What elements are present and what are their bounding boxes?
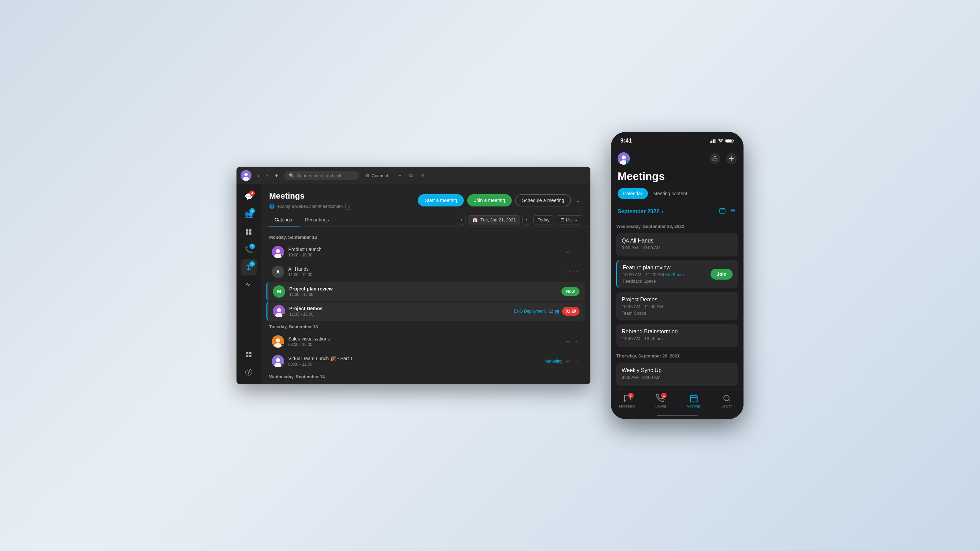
copy-url-button[interactable]: ⎘ (345, 203, 352, 210)
timer-button[interactable]: 01:20 (562, 307, 579, 316)
meeting-time: 10:00 - 10:30 (288, 253, 565, 257)
mobile-header-icons (710, 153, 737, 164)
more-icon[interactable]: ⋯ (573, 358, 579, 365)
mobile-statusbar: 9:41 (611, 132, 743, 150)
list-item[interactable]: Weekly Sync Up 9:00 AM - 10:00 AM (616, 362, 738, 386)
list-item[interactable]: Project Demos 10:35 AM - 11:00 AM Team S… (616, 292, 738, 321)
mobile-day-header: Thursday, September 29, 2021 (616, 351, 738, 362)
meeting-tag[interactable]: Marketing (544, 359, 563, 364)
more-options-button[interactable]: ⌄ (574, 195, 582, 205)
table-row[interactable]: Project Demos 11:35 - 15:00 ENG Deployme… (266, 302, 585, 321)
meeting-info: Virtual Team Lunch 🎉 - Part 1 08:00 - 12… (288, 356, 544, 367)
sidebar-item-calls[interactable]: 📞 1 (240, 241, 257, 258)
nav-item-messaging[interactable]: 3 Messaging (611, 394, 644, 408)
date-display: 📅 Tue, Jan 21, 2021 (468, 215, 520, 224)
list-item[interactable]: Feature plan review 10:20 AM - 11:20 AM … (616, 260, 738, 288)
add-icon-button[interactable] (726, 153, 737, 164)
meeting-time: 08:00 - 12:00 (288, 342, 565, 347)
tab-recordings[interactable]: Recordings (299, 214, 334, 227)
date-prev-button[interactable]: ‹ (457, 216, 466, 224)
forward-icon[interactable]: ↩ (565, 338, 571, 345)
calling-label: Calling (655, 404, 666, 408)
list-view-icon[interactable] (730, 207, 737, 216)
list-item[interactable]: Rebrand Brainstorming 11:45 AM - 13:45 p… (616, 324, 738, 347)
help-icon: ? (245, 369, 252, 375)
tab-calendar[interactable]: Calendar (617, 188, 648, 199)
avatar (273, 305, 285, 318)
close-button[interactable]: ✕ (418, 171, 428, 180)
meetings-nav-icon (689, 394, 698, 403)
app-body: 💬 4 👥 1 📞 1 🗓 1 (237, 184, 590, 384)
table-row[interactable]: Virtual Team Lunch 🎉 - Part 1 08:00 - 12… (266, 352, 585, 371)
nav-item-calling[interactable]: 1 Calling (644, 394, 678, 408)
join-now-button[interactable]: Now (562, 287, 579, 296)
join-meeting-button[interactable]: Join a meeting (467, 194, 512, 206)
table-row[interactable]: Sales visualizations 08:00 - 12:00 ↩ ⋯ (266, 332, 585, 351)
meeting-time: 9:00 AM - 10:00 AM (622, 245, 733, 250)
mobile-status-icons (710, 139, 734, 143)
nav-forward-button[interactable]: › (263, 171, 270, 180)
meeting-info: Project Demos 11:35 - 15:00 (289, 306, 514, 317)
tabs-row: Calendar Recordings ‹ 📅 Tue, Jan 21, 202… (261, 214, 590, 227)
nav-add-button[interactable]: + (272, 171, 281, 180)
user-avatar[interactable] (240, 170, 251, 181)
meeting-name: Sales visualizations (288, 336, 565, 341)
meeting-actions: ↩ ⋯ (565, 268, 579, 275)
wifi-icon (718, 139, 724, 143)
sidebar-item-chat[interactable]: 💬 4 (240, 189, 257, 205)
svg-rect-10 (249, 355, 251, 357)
more-icon[interactable]: ⋯ (573, 338, 579, 345)
svg-rect-7 (246, 352, 248, 354)
start-meeting-button[interactable]: Start a meeting (418, 194, 464, 206)
meeting-info: All Hands 11:00 - 12:00 (288, 266, 565, 277)
mobile-user-avatar[interactable] (617, 152, 630, 165)
main-content: Meetings 🌐 example.webex.com/meet/csmith… (261, 184, 590, 384)
nav-back-button[interactable]: ‹ (255, 171, 262, 180)
forward-icon[interactable]: ↩ (565, 358, 571, 365)
meeting-name: Project plan review (289, 286, 562, 292)
meeting-time: 11:00 - 12:00 (288, 272, 565, 277)
forward-icon[interactable]: ↩ (565, 268, 571, 275)
month-title[interactable]: September 2022 › (617, 208, 663, 214)
sidebar-item-activity[interactable] (240, 277, 257, 293)
sidebar-item-help[interactable]: ? (240, 364, 257, 380)
table-row[interactable]: A All Hands 11:00 - 12:00 ↩ ⋯ (266, 262, 585, 281)
lock-icon-button[interactable] (710, 153, 721, 164)
table-row[interactable]: Product Launch 10:00 - 10:30 ↩ ⋯ (266, 243, 585, 262)
minimize-button[interactable]: − (395, 171, 404, 180)
svg-rect-3 (246, 229, 248, 232)
maximize-button[interactable]: ⧉ (407, 171, 415, 180)
search-bar[interactable]: 🔍 Search, meet, and call (284, 171, 359, 180)
more-icon[interactable]: ⋯ (573, 249, 579, 256)
svg-point-51 (724, 395, 729, 401)
more-icon[interactable]: ⋯ (573, 268, 579, 275)
tab-meeting-content[interactable]: Meeting content (648, 188, 693, 199)
meeting-time: 11:45 AM - 13:45 pm (622, 336, 733, 341)
calendar-view-icon[interactable] (719, 207, 726, 216)
nav-item-meetings[interactable]: Meetings (677, 394, 711, 408)
connect-btn[interactable]: 🖥 Connect (365, 173, 388, 178)
schedule-meeting-button[interactable]: Schedule a meeting (515, 194, 571, 206)
join-button[interactable]: Join (711, 269, 733, 279)
svg-rect-26 (710, 141, 711, 143)
today-button[interactable]: Today (533, 215, 554, 224)
forward-icon[interactable]: ↩ (565, 249, 571, 256)
tab-calendar[interactable]: Calendar (269, 214, 299, 227)
meeting-tag[interactable]: ENG Deployment (514, 309, 546, 314)
sidebar-item-grid[interactable] (240, 346, 257, 362)
sidebar-item-apps[interactable] (240, 224, 257, 240)
svg-line-52 (729, 400, 730, 401)
list-view-button[interactable]: ☰ List ⌄ (556, 215, 582, 224)
sidebar-item-meetings[interactable]: 🗓 1 (240, 259, 257, 275)
svg-rect-27 (711, 140, 713, 143)
titlebar: ‹ › + 🔍 Search, meet, and call 🖥 Connect… (237, 167, 590, 184)
list-item[interactable]: Q4 All Hands 9:00 AM - 10:00 AM (616, 233, 738, 256)
table-row[interactable]: M Project plan review 11:30 - 12:00 Now (266, 282, 585, 301)
page-title: Meetings (611, 170, 743, 188)
nav-item-search[interactable]: Search (711, 394, 744, 408)
svg-rect-4 (249, 229, 251, 232)
sidebar-item-people[interactable]: 👥 1 (240, 206, 257, 222)
table-row[interactable]: Usability Metrics 09:00 - 10:00 ↩ ⋯ (266, 382, 585, 384)
date-next-button[interactable]: › (522, 216, 531, 224)
meeting-time: 11:30 - 12:00 (289, 292, 562, 297)
